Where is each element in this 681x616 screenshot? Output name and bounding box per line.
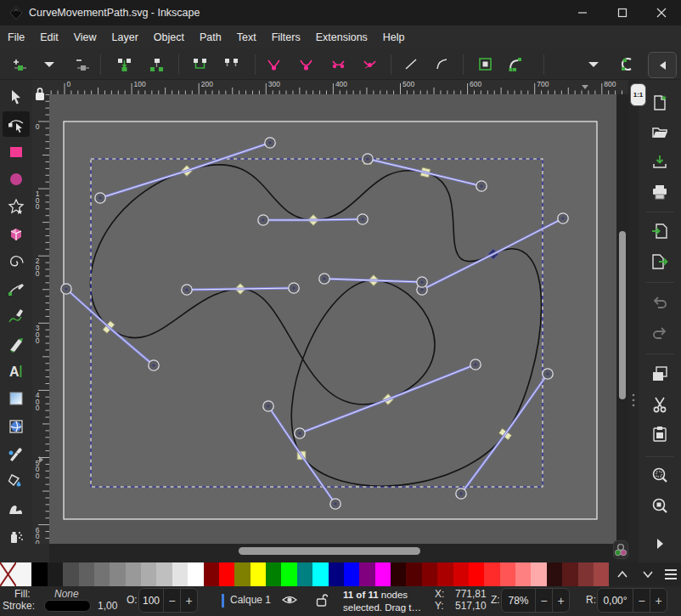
show-handles-button[interactable]	[614, 52, 639, 77]
tool-tweak[interactable]	[3, 496, 30, 522]
palette-swatch[interactable]	[515, 562, 531, 586]
tool-gradient[interactable]	[3, 386, 30, 411]
opacity-spinbox[interactable]: 100 − +	[138, 588, 198, 613]
palette-swatch[interactable]	[141, 562, 156, 586]
paste-button[interactable]	[650, 424, 670, 444]
menu-object[interactable]: Object	[146, 31, 192, 43]
join-nodes-button[interactable]	[111, 52, 137, 77]
node-corner-button[interactable]	[261, 52, 286, 77]
zoom-1-1-icon[interactable]: 1:1	[630, 83, 646, 106]
zoom-increase[interactable]: +	[553, 594, 569, 608]
menu-extensions[interactable]: Extensions	[308, 31, 375, 43]
palette-swatch[interactable]	[94, 562, 110, 586]
maximize-button[interactable]	[604, 0, 641, 25]
tool-pencil[interactable]	[3, 276, 30, 302]
export-button[interactable]	[650, 251, 670, 272]
print-button[interactable]	[650, 182, 670, 202]
save-document-button[interactable]	[650, 152, 670, 172]
break-nodes-button[interactable]	[144, 52, 169, 77]
palette-swatch[interactable]	[484, 562, 499, 586]
insert-node-dropdown-button[interactable]	[37, 52, 62, 77]
palette-swatch[interactable]	[562, 562, 577, 586]
palette-swatch[interactable]	[126, 562, 141, 586]
fill-value[interactable]: None	[54, 588, 79, 600]
opacity-decrease[interactable]: −	[164, 594, 180, 608]
tool-mesh[interactable]	[3, 414, 30, 439]
cut-button[interactable]	[650, 394, 670, 415]
palette-swatch[interactable]	[469, 562, 484, 586]
vertical-scrollbar[interactable]	[616, 94, 628, 544]
palette-swatch[interactable]	[297, 562, 312, 586]
close-button[interactable]	[643, 0, 680, 25]
rotation-increase[interactable]: +	[650, 594, 667, 608]
object-to-path-button[interactable]	[472, 52, 498, 77]
layer-lock-icon[interactable]	[316, 592, 328, 608]
palette-swatch[interactable]	[48, 562, 63, 586]
palette-swatch[interactable]	[204, 562, 219, 586]
palette-swatch[interactable]	[329, 562, 344, 586]
palette-swatch[interactable]	[312, 562, 328, 586]
palette-swatch[interactable]	[266, 562, 281, 586]
menu-path[interactable]: Path	[192, 31, 229, 43]
tool-calligraphy[interactable]	[3, 331, 30, 357]
stroke-swatch[interactable]	[44, 600, 91, 612]
zoom-drawing-button[interactable]	[650, 495, 670, 516]
zoom-spinbox[interactable]: 78% − +	[501, 588, 570, 613]
palette-swatch[interactable]	[453, 562, 469, 586]
palette-swatch[interactable]	[391, 562, 406, 586]
rotation-decrease[interactable]: −	[633, 594, 650, 608]
menu-file[interactable]: File	[0, 31, 32, 43]
tool-bucket[interactable]	[3, 468, 30, 494]
palette-swatch[interactable]	[359, 562, 374, 586]
menu-text[interactable]: Text	[229, 31, 264, 43]
node-auto-button[interactable]	[357, 52, 382, 77]
palette-swatch[interactable]	[250, 562, 266, 586]
palette-swatch[interactable]	[188, 562, 203, 586]
stroke-width[interactable]: 1,00	[98, 600, 117, 612]
horizontal-ruler[interactable]: 0100200300400500600700800	[49, 80, 628, 94]
palette-swatch[interactable]	[234, 562, 250, 586]
palette-swatch[interactable]	[500, 562, 515, 586]
horizontal-scrollbar-thumb[interactable]	[239, 547, 420, 555]
tool-rectangle[interactable]	[3, 139, 30, 165]
tool-node[interactable]	[3, 111, 30, 137]
ruler-lock-icon[interactable]	[34, 86, 46, 106]
import-button[interactable]	[650, 221, 670, 241]
segment-curve-button[interactable]	[430, 52, 455, 77]
rotation-value[interactable]: 0,00°	[598, 595, 633, 607]
palette-swatch[interactable]	[406, 562, 421, 586]
sidebar-toggle-button[interactable]	[648, 52, 677, 78]
palette-swatch[interactable]	[375, 562, 391, 586]
tool-box3d[interactable]	[3, 222, 30, 247]
palette-scroll-down[interactable]	[639, 562, 657, 586]
tool-star[interactable]	[3, 194, 30, 219]
zoom-decrease[interactable]: −	[536, 594, 552, 608]
rotation-spinbox[interactable]: 0,00° − +	[597, 588, 667, 613]
menu-layer[interactable]: Layer	[104, 31, 146, 43]
redo-button[interactable]	[650, 323, 670, 343]
palette-scroll-up[interactable]	[613, 562, 632, 586]
palette-swatch[interactable]	[422, 562, 437, 586]
copy-button[interactable]	[650, 364, 670, 384]
tool-selector[interactable]	[3, 84, 30, 110]
open-document-button[interactable]	[650, 122, 670, 143]
insert-node-button[interactable]	[7, 52, 32, 77]
palette-swatch[interactable]	[156, 562, 172, 586]
undo-button[interactable]	[650, 292, 670, 313]
tool-text[interactable]: A	[3, 359, 30, 384]
horizontal-scrollbar[interactable]	[49, 544, 616, 562]
tool-dropper[interactable]	[3, 441, 30, 466]
palette-swatch[interactable]	[0, 562, 31, 586]
palette-swatch[interactable]	[110, 562, 125, 586]
opacity-value[interactable]: 100	[139, 595, 163, 607]
node-smooth-button[interactable]	[293, 52, 318, 77]
menu-view[interactable]: View	[66, 31, 104, 43]
palette-swatch[interactable]	[31, 562, 47, 586]
segment-line-button[interactable]	[398, 52, 424, 77]
opacity-increase[interactable]: +	[181, 594, 197, 608]
commands-more-button[interactable]	[650, 534, 670, 554]
zoom-value[interactable]: 78%	[502, 595, 535, 607]
minimize-button[interactable]	[564, 0, 601, 25]
new-document-button[interactable]	[650, 93, 670, 113]
color-display-mode-icon[interactable]	[613, 540, 628, 559]
